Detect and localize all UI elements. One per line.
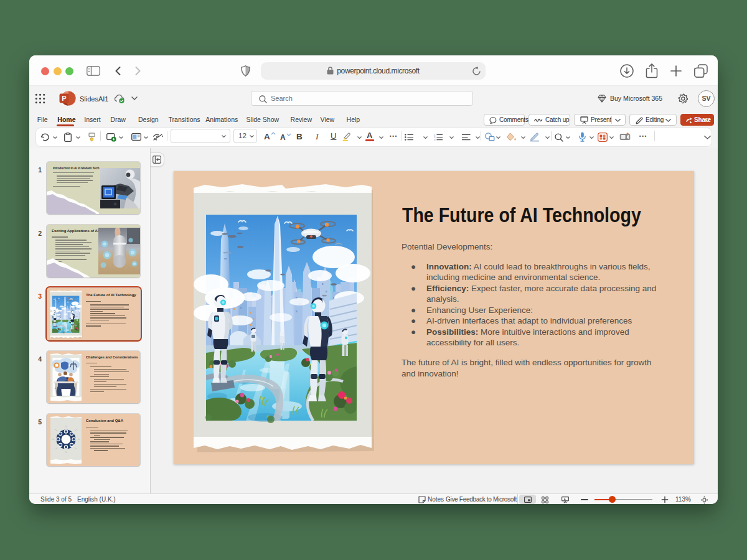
svg-text:P: P bbox=[62, 95, 66, 102]
